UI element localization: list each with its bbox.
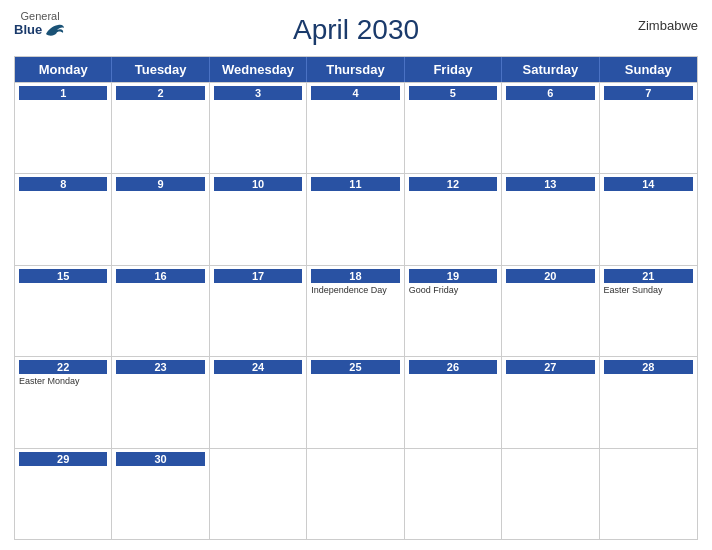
day-cell: 4 (307, 83, 404, 173)
day-number: 2 (116, 86, 204, 100)
day-number: 9 (116, 177, 204, 191)
day-number: 27 (506, 360, 594, 374)
day-cell: 7 (600, 83, 697, 173)
day-cell: 2 (112, 83, 209, 173)
day-cell: 11 (307, 174, 404, 264)
day-cell: 1 (15, 83, 112, 173)
day-cell: 28 (600, 357, 697, 447)
day-header-monday: Monday (15, 57, 112, 82)
day-cell: 14 (600, 174, 697, 264)
day-number: 11 (311, 177, 399, 191)
day-number: 17 (214, 269, 302, 283)
day-cell: 26 (405, 357, 502, 447)
day-cell (600, 449, 697, 539)
calendar-grid: MondayTuesdayWednesdayThursdayFridaySatu… (14, 56, 698, 540)
logo-general: General (21, 10, 60, 22)
day-cell (502, 449, 599, 539)
day-cell (210, 449, 307, 539)
day-header-tuesday: Tuesday (112, 57, 209, 82)
week-row-5: 2930 (15, 448, 697, 539)
day-number: 8 (19, 177, 107, 191)
day-number: 16 (116, 269, 204, 283)
day-header-saturday: Saturday (502, 57, 599, 82)
day-cell: 29 (15, 449, 112, 539)
holiday-name: Easter Monday (19, 376, 107, 387)
day-cell: 19Good Friday (405, 266, 502, 356)
day-cell: 23 (112, 357, 209, 447)
day-cell: 20 (502, 266, 599, 356)
day-number: 28 (604, 360, 693, 374)
day-number: 30 (116, 452, 204, 466)
day-number: 21 (604, 269, 693, 283)
day-cell: 6 (502, 83, 599, 173)
holiday-name: Independence Day (311, 285, 399, 296)
day-number: 13 (506, 177, 594, 191)
day-header-thursday: Thursday (307, 57, 404, 82)
logo-blue: Blue (14, 23, 42, 37)
day-number: 23 (116, 360, 204, 374)
day-number: 10 (214, 177, 302, 191)
day-number: 15 (19, 269, 107, 283)
day-cell: 13 (502, 174, 599, 264)
day-number: 18 (311, 269, 399, 283)
day-header-sunday: Sunday (600, 57, 697, 82)
day-number: 25 (311, 360, 399, 374)
day-cell: 9 (112, 174, 209, 264)
day-cell: 5 (405, 83, 502, 173)
day-number: 14 (604, 177, 693, 191)
day-cell (405, 449, 502, 539)
day-number: 26 (409, 360, 497, 374)
day-cell: 18Independence Day (307, 266, 404, 356)
holiday-name: Easter Sunday (604, 285, 693, 296)
day-header-wednesday: Wednesday (210, 57, 307, 82)
week-row-1: 1234567 (15, 82, 697, 173)
day-cell: 25 (307, 357, 404, 447)
day-number: 1 (19, 86, 107, 100)
logo: General Blue (14, 10, 66, 38)
week-row-2: 891011121314 (15, 173, 697, 264)
day-number: 3 (214, 86, 302, 100)
week-row-3: 15161718Independence Day19Good Friday202… (15, 265, 697, 356)
day-number: 19 (409, 269, 497, 283)
day-cell: 15 (15, 266, 112, 356)
day-number: 29 (19, 452, 107, 466)
week-row-4: 22Easter Monday232425262728 (15, 356, 697, 447)
day-cell: 12 (405, 174, 502, 264)
day-cell: 22Easter Monday (15, 357, 112, 447)
day-cell: 16 (112, 266, 209, 356)
day-cell: 3 (210, 83, 307, 173)
weeks-container: 123456789101112131415161718Independence … (15, 82, 697, 539)
day-cell: 17 (210, 266, 307, 356)
day-cell: 24 (210, 357, 307, 447)
day-number: 12 (409, 177, 497, 191)
country-label: Zimbabwe (638, 18, 698, 33)
calendar-title: April 2030 (293, 14, 419, 46)
day-number: 5 (409, 86, 497, 100)
day-cell: 21Easter Sunday (600, 266, 697, 356)
day-cell: 10 (210, 174, 307, 264)
day-number: 22 (19, 360, 107, 374)
day-number: 4 (311, 86, 399, 100)
day-number: 24 (214, 360, 302, 374)
calendar-container: General Blue April 2030 Zimbabwe MondayT… (0, 0, 712, 550)
day-cell: 8 (15, 174, 112, 264)
day-headers-row: MondayTuesdayWednesdayThursdayFridaySatu… (15, 57, 697, 82)
holiday-name: Good Friday (409, 285, 497, 296)
logo-bird-icon (44, 22, 66, 38)
calendar-header: General Blue April 2030 Zimbabwe (14, 10, 698, 50)
day-header-friday: Friday (405, 57, 502, 82)
day-number: 6 (506, 86, 594, 100)
day-cell: 27 (502, 357, 599, 447)
day-number: 7 (604, 86, 693, 100)
day-number: 20 (506, 269, 594, 283)
day-cell: 30 (112, 449, 209, 539)
day-cell (307, 449, 404, 539)
